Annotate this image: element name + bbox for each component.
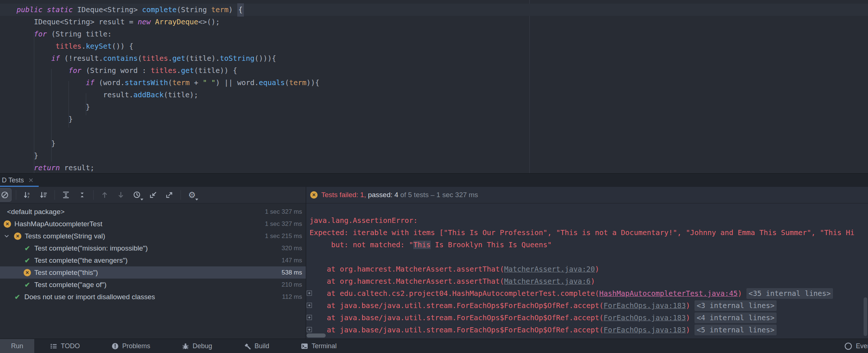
vertical-scrollbar[interactable] [864,297,867,336]
next-occurrence-icon[interactable] [115,189,127,201]
test-duration: 210 ms [281,281,306,289]
statusbar-item-run[interactable]: Run [0,339,34,353]
tab-tests[interactable]: D Tests [0,174,39,187]
console-text: but: not matched: " [309,241,413,249]
console-text: java.lang.AssertionError: [309,216,422,225]
code-line: if (!result.contains(titles.get(title).t… [17,52,868,64]
code-line: for (String title: [17,28,868,40]
fold-expand-icon[interactable] [307,315,312,320]
previous-occurrence-icon[interactable] [98,189,111,201]
status-bar: RunTODOProblemsDebugBuildTerminalEvent L [0,339,868,353]
statusbar-item-event-l[interactable]: Event L [844,339,868,353]
console-text: ) [595,265,599,273]
folded-lines-chip: <35 internal lines> [746,288,833,299]
stack-frame-link[interactable]: MatcherAssert.java:20 [504,265,595,273]
console-line: Expected: iterable with items ["This Is … [306,227,868,239]
console-text: ) [686,326,694,334]
close-icon[interactable] [28,178,34,183]
test-passed-icon: ✔ [24,257,31,264]
test-duration: 538 ms [281,269,306,276]
toolbar-separator [16,190,16,200]
summary-passed-text: passed: 4 [366,191,398,199]
collapse-all-icon[interactable] [76,189,88,201]
test-tree-row[interactable]: ✔Test complete("the avengers")147 ms [0,254,306,266]
horizontal-scrollbar[interactable] [307,333,326,338]
console-text: ) [738,289,746,298]
console-text: ) [686,314,694,322]
code-line: if (word.startsWith(term + " ") || word.… [17,77,868,89]
debug-icon [182,342,189,350]
test-tree-row[interactable]: ✕Tests complete(String val)1 sec 215 ms [0,230,306,242]
sort-by-duration-icon[interactable] [37,189,50,201]
test-passed-icon: ✔ [24,281,31,289]
test-label: <default package> [7,208,64,216]
console-text: Is Brooklyn This Is Queens" [431,241,552,249]
stack-frame-link[interactable]: ForEachOps.java:183 [603,314,686,322]
import-test-results-icon[interactable] [147,189,160,201]
statusbar-item-todo[interactable]: TODO [50,339,80,353]
test-label: Test complete("age of") [34,281,106,289]
summary-failed-text: Tests failed: 1, [321,191,366,199]
expand-all-icon[interactable] [60,189,72,201]
ide-window: public static IDeque<String> complete(St… [0,0,868,353]
svg-text:z: z [28,195,29,199]
test-toolbar: az⚙ [0,187,306,203]
console-text: at java.base/java.util.stream.ForEachOps… [309,314,603,322]
fold-expand-icon[interactable] [307,327,312,332]
statusbar-item-build[interactable]: Build [244,339,269,353]
console-line: at org.hamcrest.MatcherAssert.assertThat… [306,263,868,275]
export-test-results-icon[interactable] [163,189,176,201]
folded-lines-chip: <4 internal lines> [694,312,777,323]
stack-frame-link[interactable]: HashMapAutocompleterTest.java:45 [599,289,738,298]
stack-frame-link[interactable]: ForEachOps.java:183 [603,326,686,334]
test-history-icon[interactable] [131,189,143,201]
sort-alphabetically-icon[interactable]: az [21,189,34,201]
test-tree-row[interactable]: <default package>1 sec 327 ms [0,206,306,218]
code-line: } [17,137,868,150]
fold-expand-icon[interactable] [307,303,312,308]
settings-icon[interactable]: ⚙ [186,189,198,201]
stack-frame-link[interactable]: ForEachOps.java:183 [603,301,686,310]
tab-label: D Tests [2,176,24,184]
test-label: HashMapAutocompleterTest [14,220,102,228]
code-editor[interactable]: public static IDeque<String> complete(St… [0,0,868,174]
code-line: public static IDeque<String> complete(St… [0,4,868,16]
stack-frame-link[interactable]: MatcherAssert.java:6 [504,277,591,286]
test-tree-row[interactable]: ✕Test complete("this")538 ms [0,266,306,279]
toolbar-separator [55,190,55,200]
panel-splitter[interactable] [306,187,306,339]
console-text: ) [591,277,595,286]
test-duration: 112 ms [282,293,306,301]
statusbar-item-problems[interactable]: Problems [111,339,150,353]
test-output-console[interactable]: java.lang.AssertionError: Expected: iter… [306,203,868,339]
code-lines: public static IDeque<String> complete(St… [0,0,868,174]
active-tab-indicator [0,186,39,187]
problems-icon [111,342,119,350]
test-failed-icon: ✕ [14,233,21,240]
test-toolbar-row: az⚙ ✕ Tests failed: 1, passed: 4 of 5 te… [0,187,868,203]
console-line: at java.base/java.util.stream.ForEachOps… [306,324,868,336]
test-tree-row[interactable]: ✔Test complete("age of")210 ms [0,279,306,291]
console-text: at org.hamcrest.MatcherAssert.assertThat… [309,277,504,286]
fold-expand-icon[interactable] [307,290,312,296]
toolbar-separator [93,190,94,200]
circle-slash-icon[interactable] [0,189,11,201]
run-tool-window: D Tests az⚙ ✕ Tests failed: 1, passed: 4… [0,174,868,339]
summary-detail-text: of 5 tests – 1 sec 327 ms [398,191,478,199]
test-duration: 320 ms [281,245,306,252]
console-line: at java.base/java.util.stream.ForEachOps… [306,312,868,324]
dropdown-arrow-icon [195,199,198,201]
folded-lines-chip: <3 internal lines> [694,300,777,311]
test-tree-row[interactable]: ✔Test complete("mission: impossible")320… [0,242,306,254]
code-line: } [17,150,868,162]
test-tree-row[interactable]: ✔Does not use or import disallowed class… [0,291,306,303]
chevron-down-icon[interactable] [4,233,14,239]
statusbar-item-debug[interactable]: Debug [182,339,212,353]
test-duration: 1 sec 327 ms [265,220,306,228]
test-label: Test complete("the avengers") [34,256,127,265]
test-duration: 1 sec 215 ms [265,233,306,240]
test-tree-row[interactable]: ✕HashMapAutocompleterTest1 sec 327 ms [0,218,306,230]
tool-window-tabbar: D Tests [0,174,868,187]
code-line: } [17,101,868,113]
statusbar-item-terminal[interactable]: Terminal [301,339,337,353]
